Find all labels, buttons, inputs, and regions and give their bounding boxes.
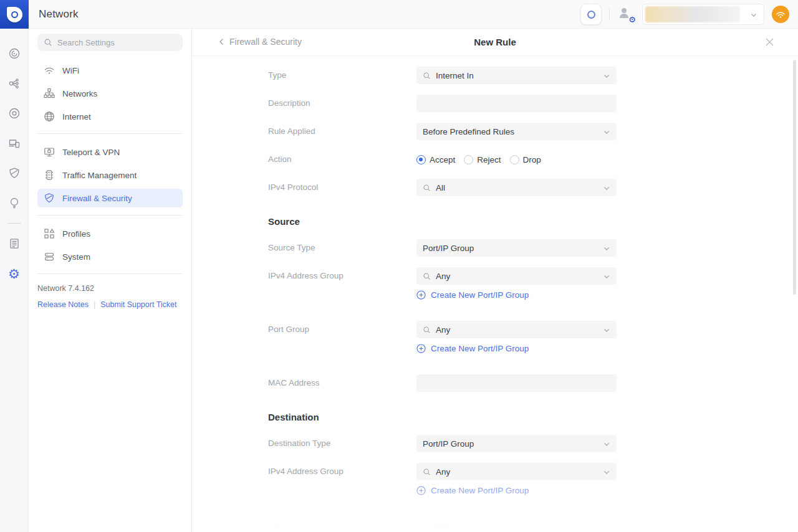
destination-type-select[interactable]: Port/IP Group xyxy=(416,435,617,452)
sidebar-item-traffic-management[interactable]: Traffic Management xyxy=(37,166,183,184)
sidebar-item-label: Profiles xyxy=(62,229,90,239)
description-input[interactable] xyxy=(416,95,617,112)
ipv4-protocol-select[interactable]: All xyxy=(416,179,617,196)
action-radio-group: Accept Reject Drop xyxy=(416,151,617,168)
form-row-source-type: Source Type Port/IP Group xyxy=(268,239,798,257)
wifi-icon xyxy=(44,66,55,75)
traffic-management-icon xyxy=(44,169,55,181)
sidebar-item-label: WiFi xyxy=(62,66,79,75)
rule-applied-select[interactable]: Before Predefined Rules xyxy=(416,123,617,140)
mac-address-input[interactable] xyxy=(416,374,617,392)
networks-icon xyxy=(44,88,55,99)
version-label: Network 7.4.162 xyxy=(37,284,183,293)
close-icon[interactable] xyxy=(765,37,774,47)
source-ipv4-group-select[interactable]: Any xyxy=(416,267,617,285)
unifi-logo-icon xyxy=(7,7,22,22)
field-label: Rule Applied xyxy=(268,123,416,140)
source-ipv4-group-value: Any xyxy=(436,272,450,281)
topbar-actions: ⚙ xyxy=(580,0,789,29)
field-label: Type xyxy=(268,67,416,84)
create-link-label: Create New Port/IP Group xyxy=(431,486,529,495)
destination-section-title: Destination xyxy=(268,412,798,422)
create-port-ip-group-link[interactable]: Create New Port/IP Group xyxy=(416,290,617,300)
source-port-group-select[interactable]: Any xyxy=(416,321,617,338)
sidebar-item-label: Networks xyxy=(62,89,97,98)
chevron-down-icon xyxy=(603,128,610,136)
field-label: Description xyxy=(268,95,416,112)
sidebar-item-teleport-vpn[interactable]: Teleport & VPN xyxy=(37,143,183,161)
account-dropdown[interactable] xyxy=(642,4,764,25)
form-row-source-port-group: Port Group Any xyxy=(268,321,798,364)
sidebar-item-networks[interactable]: Networks xyxy=(37,84,183,103)
radio-label: Accept xyxy=(430,155,455,164)
destination-ipv4-group-select[interactable]: Any xyxy=(416,463,617,480)
devices-icon[interactable] xyxy=(0,98,29,128)
form-row-mac-address: MAC Address xyxy=(268,374,798,392)
chevron-down-icon xyxy=(603,273,610,280)
plus-circle-icon xyxy=(416,344,426,353)
create-port-ip-group-link[interactable]: Create New Port/IP Group xyxy=(416,486,617,495)
clients-icon[interactable] xyxy=(0,128,29,158)
search-icon xyxy=(423,72,431,80)
field-label: Port Group xyxy=(268,321,416,364)
sidebar-item-profiles[interactable]: Profiles xyxy=(37,224,183,243)
topbar: Network ⚙ xyxy=(0,0,798,29)
sidebar-divider xyxy=(37,133,183,134)
teleport-vpn-icon xyxy=(44,146,55,158)
sidebar-item-internet[interactable]: Internet xyxy=(37,107,183,126)
sidebar-item-label: Traffic Management xyxy=(62,171,137,180)
plus-circle-icon xyxy=(416,486,426,495)
form-row-rule-applied: Rule Applied Before Predefined Rules xyxy=(268,123,798,140)
field-label: Port Group xyxy=(268,516,416,532)
search-icon xyxy=(423,521,431,530)
form-row-type: Type Internet In xyxy=(268,67,798,84)
new-rule-form: Type Internet In Desc xyxy=(192,56,798,532)
form-row-destination-type: Destination Type Port/IP Group xyxy=(268,435,798,452)
destination-port-group-select[interactable]: Any xyxy=(416,516,617,532)
admin-settings-button[interactable]: ⚙ xyxy=(617,6,635,23)
chevron-down-icon xyxy=(603,326,610,334)
radio-reject[interactable]: Reject xyxy=(464,155,501,164)
source-type-value: Port/IP Group xyxy=(423,244,474,253)
search-icon xyxy=(423,468,431,476)
scrollbar[interactable] xyxy=(793,60,796,295)
type-select[interactable]: Internet In xyxy=(416,67,617,84)
sidebar-links: Release Notes | Submit Support Ticket xyxy=(37,300,183,309)
sidebar-item-label: Teleport & VPN xyxy=(62,148,120,157)
system-log-icon[interactable] xyxy=(0,229,29,259)
field-label: IPv4 Address Group xyxy=(268,463,416,506)
topology-icon[interactable] xyxy=(0,69,29,98)
source-type-select[interactable]: Port/IP Group xyxy=(416,239,617,257)
chevron-down-icon xyxy=(603,468,610,476)
sidebar-item-firewall-security[interactable]: Firewall & Security xyxy=(37,189,183,207)
form-row-description: Description xyxy=(268,95,798,112)
sidebar-item-wifi[interactable]: WiFi xyxy=(37,61,183,80)
unifi-logo[interactable] xyxy=(0,0,29,29)
radio-accept[interactable]: Accept xyxy=(416,155,455,164)
search-icon xyxy=(44,38,52,47)
radio-drop[interactable]: Drop xyxy=(510,155,541,164)
shield-icon xyxy=(44,192,55,204)
dashboard-icon[interactable] xyxy=(0,39,29,69)
submit-support-ticket-link[interactable]: Submit Support Ticket xyxy=(100,300,176,309)
chevron-down-icon xyxy=(603,440,610,448)
sidebar-item-label: Firewall & Security xyxy=(62,194,132,203)
sidebar-divider xyxy=(37,215,183,216)
rail-divider xyxy=(7,223,21,224)
sidebar-item-system[interactable]: System xyxy=(37,247,183,266)
create-port-ip-group-link[interactable]: Create New Port/IP Group xyxy=(416,344,617,353)
console-button[interactable] xyxy=(580,4,602,25)
search-icon xyxy=(423,326,431,334)
radio-label: Drop xyxy=(523,155,541,164)
form-row-ipv4-protocol: IPv4 Protocol All xyxy=(268,179,798,196)
globe-icon xyxy=(44,111,55,122)
release-notes-link[interactable]: Release Notes xyxy=(37,300,89,309)
insights-icon[interactable] xyxy=(0,188,29,218)
settings-icon[interactable]: ⚙ xyxy=(0,259,29,288)
form-row-destination-ipv4-group: IPv4 Address Group Any xyxy=(268,463,798,506)
wifi-status-icon[interactable] xyxy=(772,6,789,23)
radio-icon xyxy=(416,155,426,164)
search-input[interactable]: Search Settings xyxy=(37,34,183,51)
chevron-down-icon xyxy=(750,11,757,19)
security-icon[interactable] xyxy=(0,158,29,188)
